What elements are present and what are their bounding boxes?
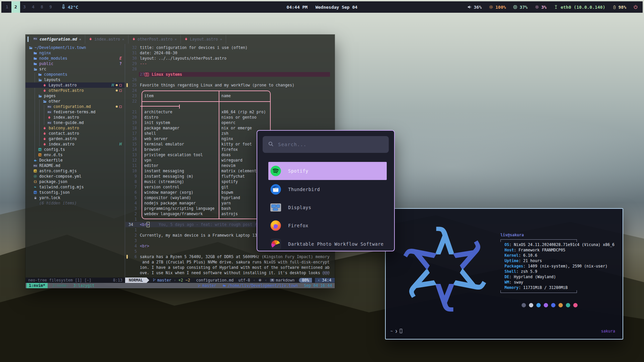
tree-item-index.astro[interactable]: index.astroH [25,141,125,147]
tree-item-contact.astro[interactable]: contact.astro [25,131,125,136]
brightness-gear-module[interactable]: 100% [489,5,506,10]
docker-icon [33,159,38,162]
workspace-button-2[interactable]: 2 [11,1,20,13]
astro-icon [42,131,47,135]
tab-Layout.astro[interactable]: Layout.astro× [181,35,226,44]
tree-item-6hiddenitems[interactable]: (6 hidden items) [25,200,125,206]
tree-item-tone-guide.md[interactable]: tone-guide.md [25,120,125,125]
battery-module[interactable]: 98% [612,5,626,10]
launcher-search-input[interactable]: Search... [263,136,389,153]
tree-item-env.d.ts[interactable]: TSenv.d.ts [25,152,125,158]
temperature-module: 42°C [61,4,78,10]
tree-item-index.astro[interactable]: index.astro [25,115,125,120]
tab-configuration.md[interactable]: configuration.md× [30,35,85,44]
tmux-window[interactable]: 3:lazygit [73,283,95,288]
tab-index.astro[interactable]: index.astro× [85,35,128,44]
tree-item-otherPost.astro[interactable]: otherPost.astro [25,88,125,93]
tmux-window-active[interactable]: 1:nvim* [26,283,48,288]
editor-line[interactable]: 23itemname [125,93,334,99]
tree-item-config.ts[interactable]: TSconfig.ts [25,147,125,152]
editor-line[interactable]: 32title: configuration for devices i use… [125,45,334,50]
tree-item-Dockerfile[interactable]: Dockerfile [25,158,125,163]
editor-line[interactable]: 25Favorite things regarding Linux and my… [125,82,334,88]
tree-item-label: otherPost.astro [49,88,84,93]
fastfetch-terminal-window[interactable]: λλλλλλ liv@sakura OS: NixOS 24.11.202408… [385,208,623,340]
editor-line[interactable]: 19init systemopenrc [125,120,334,125]
editor-line[interactable]: 26 [125,77,334,82]
tree-item-public[interactable]: public? [25,61,125,66]
tree-item-garden.astro[interactable]: garden.astro [25,136,125,141]
tree-item-README.md[interactable]: README.md [25,163,125,168]
close-icon[interactable]: × [122,37,124,42]
tree-item-balcony.astro[interactable]: balcony.astro [25,125,125,131]
power-button[interactable] [633,5,638,9]
tree-item-Developmentliv.town[interactable]: ~/Development/liv.town [25,45,125,50]
editor-line[interactable]: and a 2TB (Crucial P5 Plus) NVMe drive. … [125,259,334,265]
memory-module[interactable]: 3% [535,5,547,10]
module-value: 36% [474,5,482,10]
tree-item-tsconfig.json[interactable]: TStsconfig.json [25,190,125,195]
workspace-button-9[interactable]: 9 [46,1,55,13]
tree-item-marks: ? [119,61,125,66]
ts-o-icon: TS [38,153,42,157]
launcher-item-thunderbird[interactable]: Thunderbird [257,180,394,198]
launcher-item-displays[interactable]: Displays [257,198,394,217]
md-icon [47,121,52,125]
launcher-item-firefox[interactable]: Firefox [257,217,394,235]
tree-item-nodemodules[interactable]: node_modulesE [25,56,125,61]
tree-item-marks: H [119,141,125,147]
workspace-button-8[interactable]: 8 [38,1,46,13]
tree-item-src[interactable]: src [25,66,125,72]
folder-open-icon [38,78,42,82]
thermometer-icon [61,4,66,10]
editor-line[interactable] [125,104,334,109]
box-border-top [500,239,577,242]
tree-item-layouts[interactable]: layouts [25,77,125,82]
tree-item-label: env.d.ts [44,152,63,158]
launcher-item-label: Firefox [288,223,308,228]
shell-prompt[interactable]: ~ ❯ [390,328,402,334]
tree-item-components[interactable]: components [25,72,125,77]
tree-item-tailwind.config.mjs[interactable]: tailwind.config.mjs [25,184,125,190]
workspace-button-1[interactable]: 1 [3,1,11,13]
tree-item-Layout.astro[interactable]: Layout.astroH [25,82,125,88]
close-icon[interactable]: × [174,37,177,42]
editor-line[interactable]: 29--- [125,61,334,66]
tree-item-package.json[interactable]: {}package.json [25,179,125,184]
editor-line[interactable]: 21architecturex86_64 (rip m2 pro) [125,109,334,115]
tree-item-nginx[interactable]: nginx [25,50,125,56]
markdown-icon: M [270,279,274,282]
tree-item-docker-compose.yml[interactable]: docker-compose.yml [25,174,125,179]
editor-line[interactable]: 24 [125,88,334,93]
editor-line[interactable]: ion. I have a setup consisting of Hyprla… [125,265,334,270]
volume-module[interactable]: 36% [467,5,482,10]
editor-line[interactable]: 20distronixos or gentoo [125,115,334,120]
editor-line[interactable]: 31date: 2024-08-30 [125,50,334,56]
editor-line[interactable]: 6sakura has a Ryzen 5 7640U, 32GB of DDR… [125,254,334,259]
tmux-window[interactable]: 2:node- [52,283,69,288]
nixos-logo: λλλλλλ [394,212,495,327]
launcher-item-darktable[interactable]: Darktable Photo Workflow Software [257,235,394,251]
editor-line[interactable]: 271Linux systems [125,72,334,77]
palette-dot [544,303,548,307]
active-tab-indicator [28,37,29,42]
launcher-item-spotify[interactable]: Spotify [257,162,394,180]
tab-otherPost.astro[interactable]: otherPost.astro× [128,35,181,44]
editor-line[interactable]: 30layout: ../../layouts/otherPost.astro [125,56,334,61]
workspace-button-4[interactable]: 4 [29,1,38,13]
cpu-module[interactable]: 37% [513,5,527,10]
editor-line[interactable]: ove. I use Nix when I need software with… [125,270,334,276]
workspace-button-3[interactable]: 3 [20,1,29,13]
close-icon[interactable]: × [79,37,82,42]
editor-line[interactable]: 28 [125,66,334,72]
tree-item-pages[interactable]: pages [25,93,125,99]
tree-item-configuration.md[interactable]: configuration.md [25,104,125,109]
editor-line[interactable]: 22 [125,99,334,104]
tree-item-astro.config.mjs[interactable]: JSastro.config.mjs [25,168,125,174]
close-icon[interactable]: × [220,37,222,42]
tree-item-label: src [39,66,46,72]
tree-item-other[interactable]: other [25,99,125,104]
tree-item-fediverse-terms.md[interactable]: fediverse-terms.md [25,109,125,115]
tree-item-yarn.lock[interactable]: yarn.lock [25,195,125,200]
network-module[interactable]: eth0 (10.0.0.140) [553,5,605,10]
